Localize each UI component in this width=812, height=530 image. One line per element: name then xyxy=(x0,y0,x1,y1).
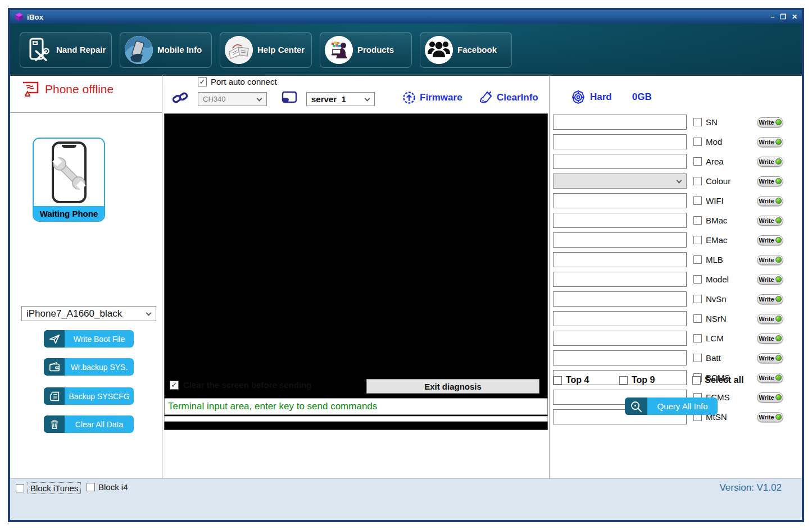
field-checkbox[interactable] xyxy=(693,236,702,244)
top4-checkbox[interactable] xyxy=(554,376,562,385)
clear-screen-checkbox[interactable]: ✓ xyxy=(170,381,179,390)
maximize-button[interactable]: ❐ xyxy=(780,13,786,20)
field-checkbox[interactable] xyxy=(693,255,702,264)
write-button[interactable]: Write xyxy=(757,373,783,383)
field-value-input[interactable] xyxy=(553,311,687,326)
minimize-button[interactable]: – xyxy=(770,13,774,20)
field-checkbox[interactable] xyxy=(693,118,702,126)
green-led-icon xyxy=(775,178,782,184)
green-led-icon xyxy=(775,198,782,204)
button-label: Wr.backup SYS. xyxy=(65,358,134,376)
write-button-label: Write xyxy=(759,374,774,381)
field-value-input[interactable] xyxy=(553,232,687,248)
field-value-input[interactable] xyxy=(553,115,687,130)
write-button[interactable]: Write xyxy=(757,137,783,147)
query-button-label: Query All Info xyxy=(647,397,718,415)
toolbar-button-facebook[interactable]: Facebook xyxy=(420,32,512,68)
field-checkbox[interactable] xyxy=(693,197,702,205)
write-button[interactable]: Write xyxy=(757,235,783,245)
field-value-input[interactable] xyxy=(553,272,687,287)
field-checkbox[interactable] xyxy=(693,334,702,342)
help-center-icon xyxy=(225,36,253,64)
field-value-input[interactable] xyxy=(553,213,687,228)
field-checkbox[interactable] xyxy=(693,177,702,185)
port-dropdown[interactable]: CH340 xyxy=(198,92,267,106)
field-checkbox[interactable] xyxy=(693,314,702,323)
toolbar-button-products[interactable]: Products xyxy=(320,32,412,68)
write-button[interactable]: Write xyxy=(757,314,783,324)
top4-option[interactable]: Top 4 xyxy=(554,375,589,385)
write-button[interactable]: Write xyxy=(757,196,783,206)
select-all-checkbox[interactable] xyxy=(692,376,701,385)
green-led-icon xyxy=(775,335,782,341)
write-button[interactable]: Write xyxy=(757,176,783,186)
clear-screen-option[interactable]: ✓ Clear the screen before sending xyxy=(170,380,311,390)
write-button[interactable]: Write xyxy=(757,294,783,304)
write-button[interactable]: Write xyxy=(757,255,783,265)
green-led-icon xyxy=(775,237,782,243)
waiting-phone-card[interactable]: Waiting Phone xyxy=(33,138,105,222)
write-button[interactable]: Write xyxy=(757,353,783,363)
write-button-label: Write xyxy=(759,158,774,165)
field-row: LCM Write xyxy=(553,331,793,346)
write-button[interactable]: Write xyxy=(757,392,783,403)
model-dropdown[interactable]: iPhone7_A1660_black xyxy=(21,306,156,321)
green-led-icon xyxy=(775,217,782,223)
select-all-option[interactable]: Select all xyxy=(692,375,743,385)
field-checkbox[interactable] xyxy=(693,138,702,146)
field-value-select[interactable] xyxy=(553,173,687,189)
write-boot-file-button[interactable]: Write Boot File xyxy=(44,330,134,348)
field-checkbox[interactable] xyxy=(693,216,702,225)
top9-checkbox[interactable] xyxy=(619,376,628,385)
block-i4-checkbox[interactable] xyxy=(87,483,95,491)
block-itunes-label: Block iTunes xyxy=(28,482,81,494)
write-button[interactable]: Write xyxy=(757,216,783,226)
backup-syscfg-button[interactable]: Backup SYSCFG xyxy=(44,387,134,405)
toolbar-button-help-center[interactable]: Help Center xyxy=(220,32,312,68)
waiting-phone-label: Waiting Phone xyxy=(34,206,104,221)
field-value-input[interactable] xyxy=(553,331,687,346)
top9-option[interactable]: Top 9 xyxy=(619,375,655,385)
green-led-icon xyxy=(775,296,782,302)
field-value-input[interactable] xyxy=(553,134,687,149)
field-checkbox[interactable] xyxy=(693,354,702,362)
block-itunes-option[interactable]: Block iTunes xyxy=(16,482,81,494)
write-button[interactable]: Write xyxy=(757,157,783,167)
field-value-input[interactable] xyxy=(553,291,687,307)
server-dropdown[interactable]: server_1 xyxy=(306,92,375,106)
write-button-label: Write xyxy=(759,217,774,224)
write-button[interactable]: Write xyxy=(757,333,783,344)
field-checkbox[interactable] xyxy=(693,275,702,284)
write-button[interactable]: Write xyxy=(757,275,783,285)
block-itunes-checkbox[interactable] xyxy=(16,484,24,492)
wallet-icon xyxy=(44,358,65,376)
nand-repair-icon xyxy=(25,36,52,63)
block-i4-option[interactable]: Block i4 xyxy=(87,482,128,492)
write-button[interactable]: Write xyxy=(757,117,783,127)
toolbar-button-nand-repair[interactable]: Nand Repair xyxy=(20,32,112,68)
chevron-down-icon xyxy=(365,95,370,101)
clearinfo-button[interactable]: ClearInfo xyxy=(479,90,538,105)
port-auto-connect[interactable]: ✓ Port auto connect xyxy=(198,77,277,86)
write-button[interactable]: Write xyxy=(757,412,783,422)
field-row: MLB Write xyxy=(553,252,793,267)
field-value-input[interactable] xyxy=(553,193,687,208)
toolbar-label: Nand Repair xyxy=(56,45,106,54)
exit-diagnosis-button[interactable]: Exit diagnosis xyxy=(366,379,539,394)
port-auto-connect-checkbox[interactable]: ✓ xyxy=(198,77,207,86)
write-backup-sys-button[interactable]: Wr.backup SYS. xyxy=(44,358,134,376)
field-value-input[interactable] xyxy=(553,252,687,267)
clear-all-data-button[interactable]: Clear All Data xyxy=(44,415,134,433)
field-value-input[interactable] xyxy=(553,350,687,365)
field-label: MLB xyxy=(706,255,723,264)
field-checkbox[interactable] xyxy=(693,157,702,166)
query-all-info-button[interactable]: Query All Info xyxy=(625,397,718,415)
field-label: Colour xyxy=(706,176,731,186)
close-button[interactable]: ✕ xyxy=(792,13,797,20)
toolbar-button-mobile-info[interactable]: Mobile Info xyxy=(120,32,212,68)
terminal-command-input[interactable] xyxy=(164,398,548,415)
firmware-button[interactable]: Firmware xyxy=(402,90,462,105)
write-button-label: Write xyxy=(759,414,774,421)
field-checkbox[interactable] xyxy=(693,295,702,303)
field-value-input[interactable] xyxy=(553,154,687,169)
